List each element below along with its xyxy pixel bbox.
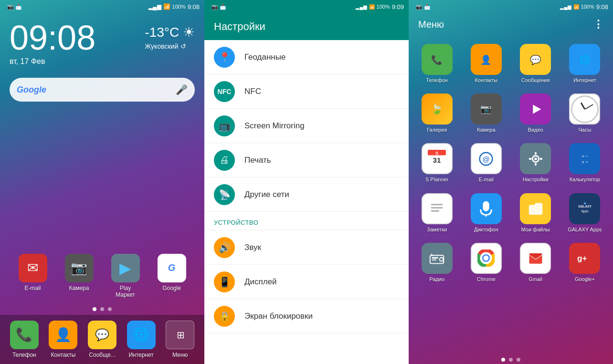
clock-face [571,95,599,123]
menu-dot-3 [517,358,520,362]
svg-rect-25 [535,163,537,166]
menu-more-icon[interactable]: ⋮ [593,18,603,31]
menu-app-radio[interactable]: Радио [413,239,460,286]
nfc-icon: NFC [214,81,235,102]
menu-notes-label: Заметки [427,227,447,233]
geo-label: Геоданные [244,52,285,62]
menu-contacts-icon: 👤 [471,44,502,75]
mic-icon[interactable]: 🎤 [176,84,188,95]
svg-rect-27 [539,158,542,160]
svg-text:💬: 💬 [530,54,541,65]
play-label: PlayМаркет [116,285,135,299]
email-icon-box: ✉ [19,254,47,282]
menu-app-clock[interactable]: Часы [561,90,608,137]
home-status-bar: 📷 📩 ▂▄▆ 📶 100% 9:08 [0,0,204,13]
menu-app-galaxyapps[interactable]: GALAXY Apps ✦ GALAXY Apps [561,189,608,237]
dock-internet[interactable]: 🌐 Интернет [122,321,160,358]
menu-app-messages[interactable]: 💬 Сообщения [512,40,559,87]
menu-title: Меню [418,19,444,30]
settings-item-lockscreen[interactable]: 🔒 Экран блокировки [204,299,409,333]
dock-menu-icon: ⊞ [166,321,194,349]
dock-phone[interactable]: 📞 Телефон [5,321,43,358]
menu-app-chrome[interactable]: Chrome [463,239,509,286]
menu-app-calc[interactable]: + − × ÷ Калькулятор [561,139,608,187]
menu-app-settings[interactable]: Настройки [512,139,559,187]
menu-app-gallery[interactable]: 🍃 Галерея [413,90,460,137]
app-shortcut-camera[interactable]: 📷 Камера [60,254,98,299]
lockscreen-icon: 🔒 [214,306,235,327]
menu-app-video[interactable]: Видео [512,90,559,137]
menu-app-recorder[interactable]: Диктофон [463,189,509,237]
menu-myfiles-label: Мои файлы [521,227,550,233]
home-weather-widget[interactable]: -13°C ☀ Жуковский ↺ [145,21,195,50]
camera-icon-box: 📷 [65,254,94,282]
menu-dot-2 [509,358,513,362]
menu-app-email[interactable]: @ E-mail [463,139,509,187]
settings-item-othernets[interactable]: 📡 Другие сети [204,177,409,212]
messages-icon: 💬 [95,328,109,342]
menu-email-icon: @ [471,143,502,174]
dock-internet-label: Интернет [128,352,153,358]
settings-battery: 100% [377,4,390,10]
google-search-bar[interactable]: Google 🎤 [10,78,195,102]
menu-phone-label: Телефон [426,77,448,83]
app-shortcut-google[interactable]: G Google [153,254,191,299]
menu-internet-icon: 🌐 [569,44,600,75]
menu-messages-label: Сообщения [521,77,550,83]
app-shortcut-play[interactable]: ▶ PlayМаркет [106,254,145,299]
menu-settings-icon [520,143,551,174]
settings-item-print[interactable]: 🖨 Печать [204,143,409,177]
menu-app-internet[interactable]: 🌐 Интернет [561,40,608,87]
dock-contacts-icon: 👤 [49,321,77,349]
menu-app-splanner[interactable]: S 31 S Planner [413,139,460,187]
home-refresh-icon[interactable]: ↺ [180,42,186,50]
sound-label: Звук [244,243,261,252]
dock-messages[interactable]: 💬 Сообще... [83,321,121,358]
menu-googleplus-icon: g+ [569,243,600,274]
app-shortcut-email[interactable]: ✉ E-mail [14,254,52,299]
home-status-time: 9:08 [188,3,200,10]
settings-item-sound[interactable]: 🔊 Звук [204,230,409,265]
menu-time: 9:08 [596,3,608,10]
settings-time: 9:09 [392,3,404,10]
menu-app-contacts[interactable]: 👤 Контакты [463,40,509,87]
camera-label: Камера [69,285,89,291]
svg-text:📷: 📷 [480,103,492,114]
menu-status-bar: 📷 📩 ▂▄▆ 📶 100% 9:08 [409,0,613,13]
menu-app-gmail[interactable]: Gmail [512,239,559,286]
settings-section-device: УСТРОЙСТВО [204,212,409,230]
menu-dot-1 [501,358,505,362]
menu-myfiles-icon [520,193,551,224]
email-icon: ✉ [27,260,38,276]
home-battery-label: 100% [172,4,186,10]
menu-app-phone[interactable]: 📞 Телефон [413,40,460,87]
menu-phone-icon: 📞 [422,44,453,75]
dock-contacts[interactable]: 👤 Контакты [44,321,82,358]
settings-item-nfc[interactable]: NFC NFC [204,74,409,109]
google-icon-box: G [158,254,186,282]
svg-text:@: @ [483,155,490,163]
menu-app-camera[interactable]: 📷 Камера [463,90,509,137]
svg-text:S: S [435,150,438,155]
dock-messages-label: Сообще... [89,352,115,358]
home-screen: 📷 📩 ▂▄▆ 📶 100% 9:08 09:08 -13°C ☀ Жуковс… [0,0,204,364]
dock-menu[interactable]: ⊞ Меню [161,321,199,358]
internet-icon: 🌐 [133,327,149,343]
othernets-label: Другие сети [244,190,289,199]
settings-item-geo[interactable]: 📍 Геоданные [204,40,409,74]
svg-rect-36 [483,201,489,211]
home-clock: 09:08 [10,21,95,55]
menu-app-notes[interactable]: Заметки [413,189,460,237]
menu-app-googleplus[interactable]: g+ Google+ [561,239,608,286]
sound-icon: 🔊 [214,237,235,258]
settings-item-mirroring[interactable]: 📺 Screen Mirroring [204,109,409,143]
dock-phone-label: Телефон [12,352,36,358]
svg-text:g+: g+ [577,254,587,263]
home-clock-area: 09:08 -13°C ☀ Жуковский ↺ [0,13,204,57]
menu-app-myfiles[interactable]: Мои файлы [512,189,559,237]
othernets-icon: 📡 [214,184,235,205]
home-dot-3 [108,307,112,311]
home-sun-icon: ☀ [183,25,195,40]
svg-text:× ÷: × ÷ [581,159,588,164]
settings-item-display[interactable]: 📱 Дисплей [204,265,409,299]
